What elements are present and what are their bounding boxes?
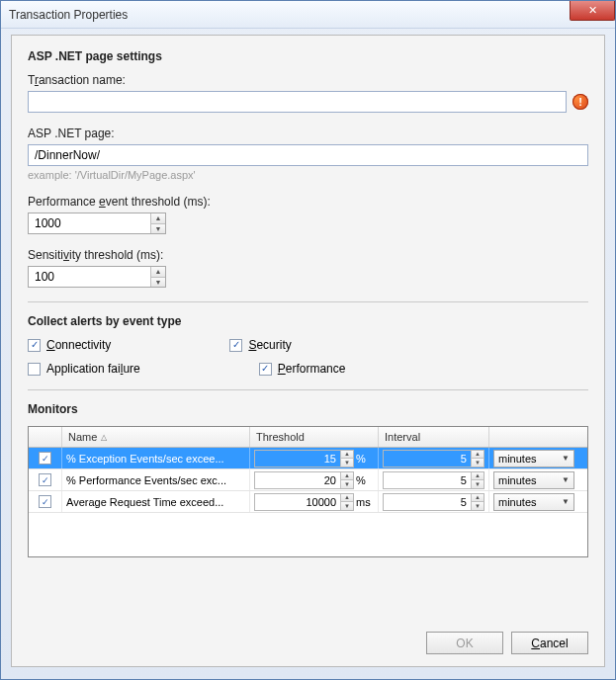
- row-checkbox-cell: ✓: [29, 469, 62, 490]
- security-checkbox[interactable]: ✓ Security: [229, 338, 291, 352]
- separator: [28, 301, 588, 302]
- sensitivity-threshold-input[interactable]: ▲ ▼: [28, 266, 166, 288]
- checkbox-label: Performance: [278, 362, 346, 376]
- spinner-up-icon[interactable]: ▲: [341, 451, 353, 460]
- application-failure-checkbox[interactable]: Application failure: [28, 362, 140, 376]
- chevron-down-icon: ▼: [562, 475, 570, 484]
- titlebar: Transaction Properties ✕: [1, 1, 615, 29]
- row-interval-unit-cell: minutes▼: [489, 448, 578, 468]
- connectivity-checkbox[interactable]: ✓ Connectivity: [28, 338, 111, 352]
- sensitivity-threshold-label: Sensitivity threshold (ms):: [28, 248, 588, 262]
- threshold-field[interactable]: [255, 451, 340, 467]
- monitors-empty-area: [29, 513, 587, 556]
- monitors-section-title: Monitors: [28, 402, 588, 416]
- close-button[interactable]: ✕: [570, 1, 615, 21]
- spinner-up-icon[interactable]: ▲: [341, 494, 353, 503]
- table-row[interactable]: ✓Average Request Time exceed...▲▼ms▲▼min…: [29, 491, 587, 513]
- collect-row-2: Application failure ✓ Performance: [28, 362, 588, 376]
- interval-input[interactable]: ▲▼: [383, 450, 484, 468]
- header-checkbox-col[interactable]: [29, 427, 62, 447]
- collect-row-1: ✓ Connectivity ✓ Security: [28, 338, 588, 352]
- interval-unit-combo[interactable]: minutes▼: [493, 471, 574, 489]
- spinner-down-icon[interactable]: ▼: [151, 278, 165, 288]
- table-row[interactable]: ✓% Performance Events/sec exc...▲▼%▲▼min…: [29, 469, 587, 491]
- spinner-up-icon[interactable]: ▲: [341, 472, 353, 481]
- threshold-field[interactable]: [255, 472, 340, 488]
- spinner-up-icon[interactable]: ▲: [472, 451, 484, 460]
- row-threshold-cell: ▲▼ms: [250, 491, 379, 512]
- row-checkbox[interactable]: ✓: [39, 495, 51, 508]
- header-unit[interactable]: [489, 427, 578, 447]
- asp-page-input[interactable]: [28, 144, 588, 166]
- perf-threshold-field[interactable]: [29, 213, 150, 233]
- interval-input[interactable]: ▲▼: [383, 493, 484, 511]
- spinner-up-icon[interactable]: ▲: [472, 472, 484, 481]
- interval-field[interactable]: [384, 472, 471, 488]
- spinner-down-icon[interactable]: ▼: [341, 459, 353, 467]
- spinner-down-icon[interactable]: ▼: [472, 502, 484, 510]
- chevron-down-icon: ▼: [562, 454, 570, 463]
- perf-threshold-spinners[interactable]: ▲ ▼: [150, 213, 165, 233]
- threshold-unit: %: [356, 474, 374, 486]
- interval-field[interactable]: [384, 494, 471, 510]
- combo-value: minutes: [498, 474, 537, 486]
- spinner-down-icon[interactable]: ▼: [151, 224, 165, 234]
- spinner-down-icon[interactable]: ▼: [472, 459, 484, 467]
- dialog-buttons: OK Cancel: [426, 632, 588, 654]
- spinner-up-icon[interactable]: ▲: [151, 213, 165, 224]
- checkbox-icon: [28, 363, 41, 376]
- window-controls: ✕: [570, 1, 615, 28]
- row-checkbox-cell: ✓: [29, 448, 62, 468]
- spinner-down-icon[interactable]: ▼: [341, 502, 353, 510]
- interval-input[interactable]: ▲▼: [383, 471, 484, 489]
- sensitivity-threshold-field[interactable]: [29, 267, 150, 287]
- header-threshold[interactable]: Threshold: [250, 427, 379, 447]
- threshold-spinners[interactable]: ▲▼: [340, 494, 353, 510]
- interval-unit-combo[interactable]: minutes▼: [493, 493, 574, 511]
- interval-field[interactable]: [384, 451, 471, 467]
- ok-button[interactable]: OK: [426, 632, 503, 654]
- row-name: % Exception Events/sec excee...: [62, 448, 250, 468]
- cancel-button[interactable]: Cancel: [511, 632, 588, 654]
- warning-icon: !: [572, 94, 588, 110]
- perf-threshold-input[interactable]: ▲ ▼: [28, 212, 166, 234]
- collect-section-title: Collect alerts by event type: [28, 314, 588, 328]
- table-row[interactable]: ✓% Exception Events/sec excee...▲▼%▲▼min…: [29, 448, 587, 469]
- row-interval-cell: ▲▼: [379, 491, 489, 512]
- close-icon: ✕: [588, 4, 597, 17]
- threshold-spinners[interactable]: ▲▼: [340, 472, 353, 488]
- monitors-header: Name △ Threshold Interval: [29, 427, 587, 448]
- transaction-name-label: Transaction name:: [28, 73, 588, 87]
- spinner-up-icon[interactable]: ▲: [151, 267, 165, 278]
- interval-spinners[interactable]: ▲▼: [471, 472, 484, 488]
- sort-asc-icon: △: [101, 433, 107, 442]
- checkbox-icon: ✓: [229, 339, 242, 352]
- threshold-unit: %: [356, 453, 374, 465]
- spinner-down-icon[interactable]: ▼: [341, 480, 353, 488]
- transaction-name-input[interactable]: [28, 91, 567, 113]
- spinner-down-icon[interactable]: ▼: [472, 480, 484, 488]
- threshold-input[interactable]: ▲▼: [254, 493, 354, 511]
- performance-checkbox[interactable]: ✓ Performance: [259, 362, 346, 376]
- interval-unit-combo[interactable]: minutes▼: [493, 450, 574, 468]
- row-checkbox-cell: ✓: [29, 491, 62, 512]
- header-interval[interactable]: Interval: [379, 427, 489, 447]
- interval-spinners[interactable]: ▲▼: [471, 451, 484, 467]
- spinner-up-icon[interactable]: ▲: [472, 494, 484, 503]
- threshold-input[interactable]: ▲▼: [254, 471, 354, 489]
- threshold-spinners[interactable]: ▲▼: [340, 451, 353, 467]
- asp-page-hint: example: '/VirtualDir/MyPage.aspx': [28, 169, 588, 181]
- header-name[interactable]: Name △: [62, 427, 250, 447]
- sensitivity-threshold-spinners[interactable]: ▲ ▼: [150, 267, 165, 287]
- threshold-field[interactable]: [255, 494, 340, 510]
- checkbox-icon: ✓: [259, 363, 272, 376]
- row-interval-cell: ▲▼: [379, 469, 489, 490]
- interval-spinners[interactable]: ▲▼: [471, 494, 484, 510]
- threshold-input[interactable]: ▲▼: [254, 450, 354, 468]
- combo-value: minutes: [498, 496, 537, 508]
- dialog-content: ASP .NET page settings Transaction name:…: [11, 35, 605, 667]
- row-checkbox[interactable]: ✓: [39, 452, 51, 465]
- perf-threshold-label: Performance event threshold (ms):: [28, 195, 588, 209]
- chevron-down-icon: ▼: [562, 497, 570, 506]
- row-checkbox[interactable]: ✓: [39, 473, 51, 486]
